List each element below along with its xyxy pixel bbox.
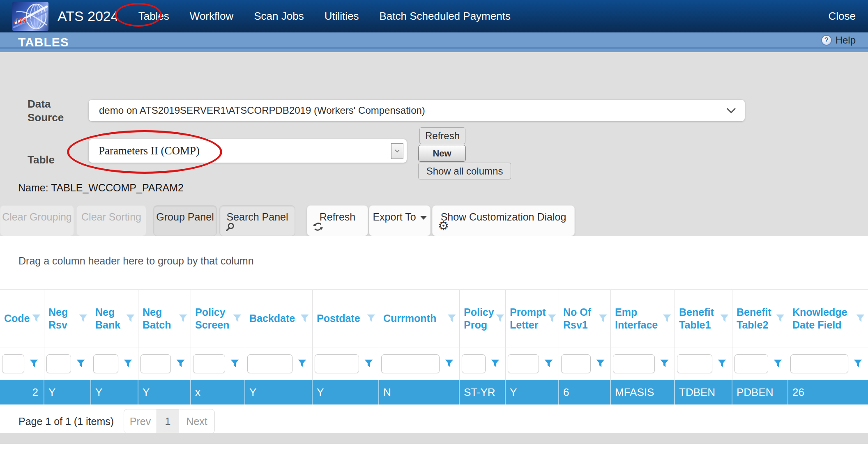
column-header-code[interactable]: Code	[0, 290, 44, 347]
filter-icon-currmonth[interactable]	[447, 314, 456, 323]
column-header-policy-prog[interactable]: Policy Prog	[460, 290, 506, 347]
filter-icon-code[interactable]	[32, 314, 41, 323]
column-header-benefit-table2[interactable]: Benefit Table2	[732, 290, 788, 347]
filter-menu-icon-postdate[interactable]	[364, 359, 373, 368]
filter-menu-icon-policy-screen[interactable]	[230, 359, 239, 368]
filter-input-policy-screen[interactable]	[193, 354, 225, 373]
filter-icon-no-of-rsv1[interactable]	[599, 314, 607, 323]
grid-section: Drag a column header here to group by th…	[0, 236, 868, 444]
grid-header-row: Code Neg Rsv Neg Bank Neg Batch Policy S…	[0, 290, 868, 347]
column-header-knowledge-date-field[interactable]: Knowledge Date Field	[788, 290, 868, 347]
cell-knowledge-date-field: 26	[788, 380, 868, 404]
column-header-currmonth[interactable]: Currmonth	[379, 290, 460, 347]
filter-input-benefit-table1[interactable]	[677, 354, 712, 373]
table-select[interactable]: Parameters II (COMP)	[89, 139, 407, 163]
refresh-button[interactable]: Refresh	[419, 127, 465, 144]
filter-menu-icon-currmonth[interactable]	[445, 359, 454, 368]
column-header-label-policy-screen: Policy Screen	[195, 306, 231, 331]
grid-data-row-selected[interactable]: 2YYYxYYNST-YRY6MFASISTDBENPDBEN26	[0, 380, 868, 404]
filter-input-policy-prog[interactable]	[462, 354, 486, 373]
ats-logo: ATS	[12, 2, 48, 31]
filter-input-neg-bank[interactable]	[93, 354, 118, 373]
show-customization-dialog-button[interactable]: Show Customization Dialog ⚙	[432, 205, 575, 236]
column-header-postdate[interactable]: Postdate	[313, 290, 379, 347]
filter-icon-benefit-table1[interactable]	[720, 314, 729, 323]
column-header-benefit-table1[interactable]: Benefit Table1	[675, 290, 732, 347]
new-button[interactable]: New	[418, 145, 466, 162]
pager-page-1-button[interactable]: 1	[157, 409, 179, 433]
nav-item-scan-jobs[interactable]: Scan Jobs	[254, 10, 304, 23]
filter-icon-postdate[interactable]	[367, 314, 375, 323]
filter-menu-icon-neg-bank[interactable]	[124, 359, 132, 368]
filter-menu-icon-knowledge-date-field[interactable]	[854, 359, 862, 368]
pager-prev-button[interactable]: Prev	[124, 409, 157, 433]
filter-input-benefit-table2[interactable]	[734, 354, 768, 373]
filter-input-emp-interface[interactable]	[613, 354, 655, 373]
column-header-neg-batch[interactable]: Neg Batch	[138, 290, 191, 347]
filter-menu-icon-neg-rsv[interactable]	[76, 359, 85, 368]
filter-menu-icon-no-of-rsv1[interactable]	[596, 359, 605, 368]
filter-menu-icon-benefit-table2[interactable]	[774, 359, 782, 368]
page-title: TABLES	[18, 35, 69, 49]
pager-next-button[interactable]: Next	[179, 409, 214, 433]
filter-icon-prompt-letter[interactable]	[548, 314, 556, 323]
nav-item-utilities[interactable]: Utilities	[325, 10, 359, 23]
chevron-down-icon	[394, 149, 400, 153]
toolbar-refresh-button[interactable]: Refresh	[307, 205, 368, 236]
group-by-drop-zone[interactable]: Drag a column header here to group by th…	[18, 255, 254, 267]
nav-item-tables[interactable]: Tables	[138, 10, 169, 23]
filter-input-knowledge-date-field[interactable]	[790, 354, 848, 373]
clear-sorting-button[interactable]: Clear Sorting	[76, 205, 146, 236]
nav-item-batch-scheduled-payments[interactable]: Batch Scheduled Payments	[379, 10, 510, 23]
column-header-emp-interface[interactable]: Emp Interface	[611, 290, 675, 347]
cell-neg-bank: Y	[91, 380, 138, 404]
table-select-dropdown-button[interactable]	[391, 143, 403, 159]
export-to-button[interactable]: Export To	[369, 205, 431, 236]
filter-menu-icon-backdate[interactable]	[298, 359, 306, 368]
help-button[interactable]: ? Help	[821, 32, 856, 48]
filter-menu-icon-code[interactable]	[30, 359, 38, 368]
filter-icon-neg-bank[interactable]	[126, 314, 135, 323]
cell-prompt-letter: Y	[506, 380, 559, 404]
filter-input-neg-rsv[interactable]	[46, 354, 71, 373]
column-header-no-of-rsv1[interactable]: No Of Rsv1	[559, 290, 611, 347]
group-panel-button[interactable]: Group Panel	[153, 205, 217, 236]
filter-icon-neg-rsv[interactable]	[79, 314, 87, 323]
filter-icon-knowledge-date-field[interactable]	[856, 314, 865, 323]
data-source-select[interactable]: demo on ATS2019SERVER1\ATSCORPDB2019 (Wo…	[89, 100, 745, 121]
clear-grouping-button[interactable]: Clear Grouping	[0, 205, 74, 236]
filter-input-code[interactable]	[2, 354, 24, 373]
filter-input-neg-batch[interactable]	[140, 354, 171, 373]
logo-swirl-graphic	[12, 2, 48, 31]
nav-item-workflow[interactable]: Workflow	[190, 10, 233, 23]
cell-backdate: Y	[245, 380, 313, 404]
filter-icon-policy-screen[interactable]	[233, 314, 242, 323]
filter-menu-icon-prompt-letter[interactable]	[544, 359, 553, 368]
search-panel-button[interactable]: Search Panel	[219, 205, 295, 236]
filter-input-currmonth[interactable]	[381, 354, 440, 373]
column-header-neg-rsv[interactable]: Neg Rsv	[44, 290, 91, 347]
filter-icon-backdate[interactable]	[300, 314, 309, 323]
cell-neg-rsv: Y	[44, 380, 91, 404]
filter-icon-benefit-table2[interactable]	[776, 314, 785, 323]
filter-input-postdate[interactable]	[315, 354, 359, 373]
close-button[interactable]: Close	[829, 10, 856, 23]
filter-input-backdate[interactable]	[247, 354, 292, 373]
filter-icon-emp-interface[interactable]	[663, 314, 671, 323]
filter-icon-neg-batch[interactable]	[179, 314, 187, 323]
column-header-prompt-letter[interactable]: Prompt Letter	[506, 290, 559, 347]
column-header-label-postdate: Postdate	[317, 312, 360, 325]
filter-menu-icon-policy-prog[interactable]	[491, 359, 500, 368]
pager-buttons: Prev 1 Next	[124, 409, 215, 434]
show-all-columns-button[interactable]: Show all columns	[418, 163, 511, 179]
filter-menu-icon-neg-batch[interactable]	[176, 359, 185, 368]
filter-input-no-of-rsv1[interactable]	[561, 354, 591, 373]
filter-cell-benefit-table1	[675, 347, 732, 380]
filter-icon-policy-prog[interactable]	[496, 314, 504, 323]
filter-menu-icon-emp-interface[interactable]	[660, 359, 669, 368]
filter-menu-icon-benefit-table1[interactable]	[718, 359, 726, 368]
filter-input-prompt-letter[interactable]	[508, 354, 539, 373]
column-header-policy-screen[interactable]: Policy Screen	[191, 290, 245, 347]
column-header-backdate[interactable]: Backdate	[245, 290, 313, 347]
column-header-neg-bank[interactable]: Neg Bank	[91, 290, 138, 347]
